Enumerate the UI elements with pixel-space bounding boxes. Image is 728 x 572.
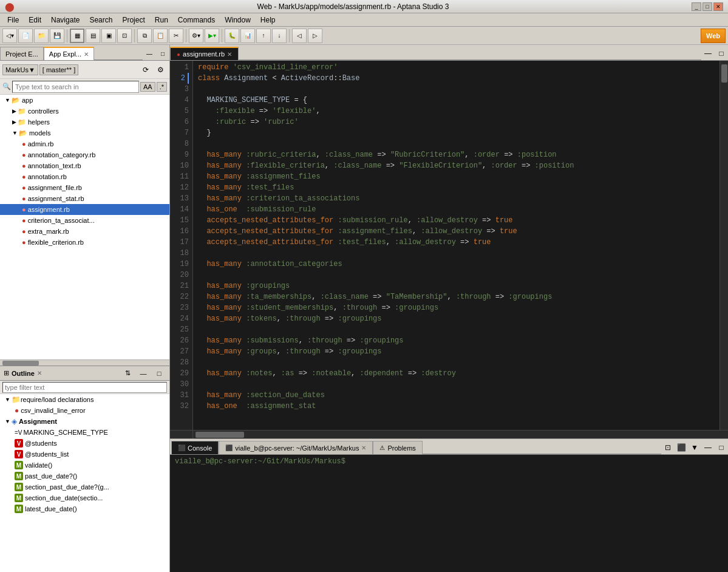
git-pull-button[interactable]: ↓ xyxy=(272,29,287,43)
outline-item-students[interactable]: V @students xyxy=(0,438,169,449)
new-file-button[interactable]: 📄 xyxy=(18,29,33,43)
app-explorer-tab[interactable]: App Expl... ✕ xyxy=(44,47,94,60)
layout-button-4[interactable]: ⊡ xyxy=(117,29,132,43)
line-num: 4 xyxy=(170,95,189,106)
editor-max-button[interactable]: □ xyxy=(715,47,728,60)
tree-item-criterion-ta[interactable]: ● criterion_ta_associat... xyxy=(0,215,169,226)
editor-vscroll[interactable] xyxy=(719,61,728,430)
sync-button[interactable]: ⟳ xyxy=(139,63,152,77)
outline-item-students-list[interactable]: V @students_list xyxy=(0,449,169,460)
menu-commands[interactable]: Commands xyxy=(173,15,220,26)
menu-navigate[interactable]: Navigate xyxy=(46,15,84,26)
layout-button-3[interactable]: ▣ xyxy=(101,29,116,43)
bottom-panel-btn3[interactable]: ▼ xyxy=(688,441,701,454)
search-regex-button[interactable]: .* xyxy=(157,82,167,92)
cut-button[interactable]: ✂ xyxy=(169,29,183,43)
menu-file[interactable]: File xyxy=(2,15,24,26)
console-tab[interactable]: ⬛ Console xyxy=(171,441,219,454)
tree-item-app[interactable]: ▼ 📂 app xyxy=(0,95,169,106)
tree-item-assignment-file[interactable]: ● assignment_file.rb xyxy=(0,182,169,193)
assignment-rb-tab[interactable]: ● assignment.rb ✕ xyxy=(170,47,239,60)
outline-item-require-group[interactable]: ▼ 📁 require/load declarations xyxy=(0,394,169,405)
tree-item-controllers[interactable]: ▶ 📁 controllers xyxy=(0,106,169,117)
layout-button-2[interactable]: ▤ xyxy=(86,29,100,43)
editor-hscroll[interactable] xyxy=(170,430,728,438)
bottom-panel-btn1[interactable]: ⊡ xyxy=(661,441,675,454)
hscroll-thumb[interactable] xyxy=(196,432,244,438)
run-button[interactable]: ▶▾ xyxy=(205,29,219,43)
web-button[interactable]: Web xyxy=(701,29,726,43)
tree-item-extra-mark[interactable]: ● extra_mark.rb xyxy=(0,226,169,237)
maximize-button[interactable]: □ xyxy=(702,2,712,11)
menu-help[interactable]: Help xyxy=(256,15,281,26)
tree-item-assignment-stat[interactable]: ● assignment_stat.rb xyxy=(0,193,169,204)
project-selector[interactable]: MarkUs▼ xyxy=(2,64,38,75)
app-explorer-close-icon[interactable]: ✕ xyxy=(84,51,89,58)
outline-item-section-due-date[interactable]: M section_due_date(sectio... xyxy=(0,492,169,503)
outline-item-past-due[interactable]: M past_due_date?() xyxy=(0,471,169,482)
bottom-panel-min-button[interactable]: — xyxy=(701,441,715,454)
bottom-panel-btn2[interactable]: ⬛ xyxy=(675,441,688,454)
tree-item-helpers[interactable]: ▶ 📁 helpers xyxy=(0,117,169,128)
profile-button[interactable]: 📊 xyxy=(240,29,255,43)
search-input[interactable] xyxy=(12,81,139,93)
console-area[interactable]: vialle_b@pc-server:~/Git/MarkUs/Markus$ xyxy=(170,455,728,572)
problems-tab[interactable]: ⚠ Problems xyxy=(373,441,422,454)
menu-run[interactable]: Run xyxy=(150,15,173,26)
panel-max-button[interactable]: □ xyxy=(156,47,169,60)
layout-button-1[interactable]: ▦ xyxy=(70,29,84,43)
terminal-tab-close-icon[interactable]: ✕ xyxy=(361,444,366,451)
branch-selector[interactable]: [ master** ] xyxy=(39,64,78,75)
outline-close-icon[interactable]: ✕ xyxy=(37,370,42,376)
tree-item-annotation[interactable]: ● annotation.rb xyxy=(0,171,169,182)
debug-button[interactable]: 🐛 xyxy=(225,29,239,43)
outline-collapse-button[interactable]: — xyxy=(137,367,150,380)
code-content[interactable]: require 'csv_invalid_line_error' class A… xyxy=(193,61,719,430)
new-folder-button[interactable]: 📁 xyxy=(34,29,49,43)
outline-expand-button[interactable]: □ xyxy=(152,367,166,380)
tree-item-flexible-criterion[interactable]: ● flexible_criterion.rb xyxy=(0,237,169,248)
panel-min-button[interactable]: — xyxy=(143,47,156,60)
menu-search[interactable]: Search xyxy=(84,15,117,26)
outline-item-marking-scheme[interactable]: =V MARKING_SCHEME_TYPE xyxy=(0,427,169,438)
tree-item-annotation-category[interactable]: ● annotation_category.rb xyxy=(0,149,169,160)
save-button[interactable]: 💾 xyxy=(50,29,64,43)
m-marker: M xyxy=(15,461,23,469)
tree-item-admin[interactable]: ● admin.rb xyxy=(0,138,169,149)
paste-button[interactable]: 📋 xyxy=(153,29,168,43)
hscroll-thumb[interactable] xyxy=(2,361,39,366)
outline-filter-input[interactable] xyxy=(2,382,167,393)
outline-item-latest-due-date[interactable]: M latest_due_date() xyxy=(0,503,169,514)
settings-button[interactable]: ⚙ xyxy=(154,63,167,77)
tree-item-assignment[interactable]: ● assignment.rb xyxy=(0,204,169,215)
tree-item-annotation-text[interactable]: ● annotation_text.rb xyxy=(0,160,169,171)
bottom-panel-max-button[interactable]: □ xyxy=(715,441,728,454)
vscroll-thumb[interactable] xyxy=(721,64,727,83)
hscroll-track[interactable] xyxy=(193,431,719,439)
tree-item-label: models xyxy=(29,129,50,137)
outline-item-assignment-class[interactable]: ▼ ◈ Assignment xyxy=(0,416,169,427)
minimize-button[interactable]: _ xyxy=(692,2,701,11)
outline-sort-button[interactable]: ⇅ xyxy=(121,367,134,380)
close-button[interactable]: ✕ xyxy=(713,2,723,11)
outline-item-section-past-due[interactable]: M section_past_due_date?(g... xyxy=(0,482,169,492)
outline-item-csv[interactable]: ● csv_invalid_line_error xyxy=(0,405,169,416)
tree-item-models[interactable]: ▼ 📂 models xyxy=(0,128,169,138)
menu-edit[interactable]: Edit xyxy=(24,15,46,26)
back-button[interactable]: ◁▾ xyxy=(2,29,17,43)
editor-min-button[interactable]: — xyxy=(701,47,715,60)
file-tree-hscroll[interactable] xyxy=(0,359,169,366)
editor-tab-close-icon[interactable]: ✕ xyxy=(227,51,232,58)
right-panel: ● assignment.rb ✕ — □ 1 2 3 4 5 6 7 xyxy=(170,45,728,572)
menu-project[interactable]: Project xyxy=(117,15,149,26)
copy-button[interactable]: ⧉ xyxy=(137,29,152,43)
history-back-button[interactable]: ◁ xyxy=(292,29,307,43)
search-aa-button[interactable]: AA xyxy=(140,82,155,92)
git-button[interactable]: ↑ xyxy=(256,29,271,43)
terminal-tab[interactable]: ⬛ vialle_b@pc-server: ~/Git/MarkUs/Marku… xyxy=(219,441,373,454)
project-explorer-tab[interactable]: Project E... xyxy=(0,47,44,60)
menu-window[interactable]: Window xyxy=(220,15,256,26)
history-forward-button[interactable]: ▷ xyxy=(308,29,322,43)
deploy-button[interactable]: ⚙▾ xyxy=(189,29,203,43)
outline-item-validate[interactable]: M validate() xyxy=(0,460,169,471)
